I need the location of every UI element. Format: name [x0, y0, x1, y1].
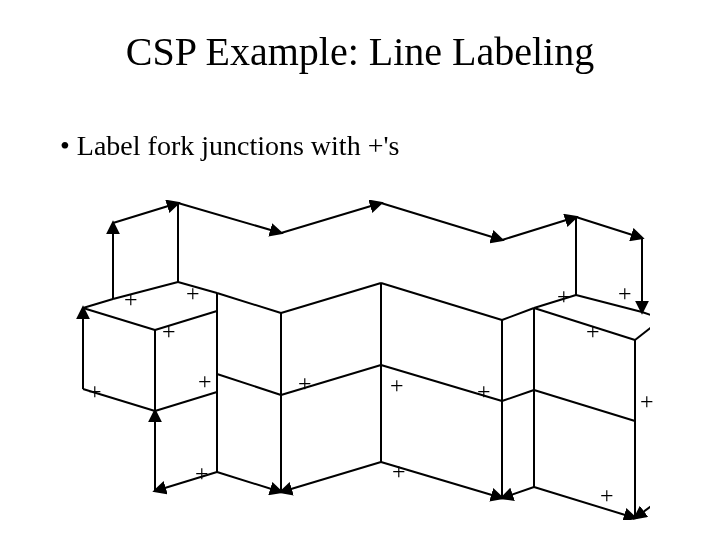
plus-label: + — [392, 458, 406, 485]
edge — [83, 299, 113, 308]
edge — [217, 472, 281, 492]
plus-label: + — [618, 280, 632, 307]
edge — [178, 203, 281, 233]
plus-label: + — [586, 318, 600, 345]
plus-label: + — [390, 372, 404, 399]
edge — [281, 462, 381, 492]
edge — [642, 312, 650, 319]
plus-label: + — [198, 368, 212, 395]
edge — [635, 498, 650, 518]
edge — [534, 308, 635, 340]
plus-label: + — [88, 378, 102, 405]
edge — [83, 308, 155, 330]
plus-label: + — [557, 283, 571, 310]
plus-label: + — [124, 286, 138, 313]
plus-label: + — [298, 370, 312, 397]
bullet-text: Label fork junctions with +'s — [60, 130, 399, 162]
edge — [113, 203, 178, 223]
edge — [281, 203, 381, 233]
plus-label: + — [600, 482, 614, 509]
plus-label: + — [195, 460, 209, 487]
edge — [576, 295, 642, 312]
plus-label: + — [477, 378, 491, 405]
edge — [502, 390, 534, 401]
edge — [281, 283, 381, 313]
edge — [635, 319, 650, 340]
line-labeling-diagram: +++++++++++++++ — [70, 200, 650, 520]
edge — [381, 283, 502, 320]
edge — [113, 282, 178, 299]
edge — [502, 308, 534, 320]
edge — [576, 217, 642, 238]
edge — [502, 217, 576, 240]
edge — [381, 203, 502, 240]
edge — [281, 365, 381, 395]
plus-label: + — [162, 318, 176, 345]
slide: CSP Example: Line Labeling Label fork ju… — [0, 0, 720, 540]
edge — [217, 374, 281, 395]
edge — [534, 487, 635, 518]
slide-title: CSP Example: Line Labeling — [0, 28, 720, 75]
edge — [217, 293, 281, 313]
edge — [534, 390, 635, 421]
edge — [502, 487, 534, 498]
plus-label: + — [640, 388, 654, 415]
plus-label: + — [186, 280, 200, 307]
diagram-svg — [70, 200, 650, 520]
